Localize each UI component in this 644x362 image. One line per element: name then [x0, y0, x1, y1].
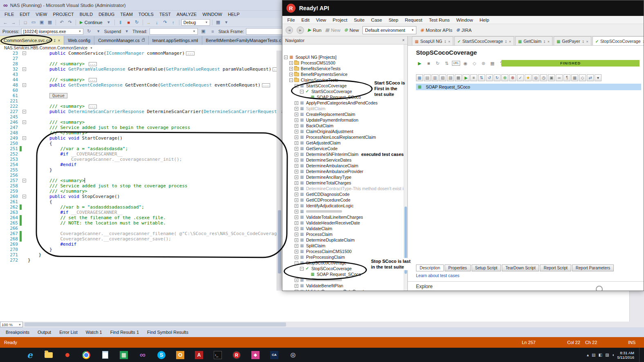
tray-volume-icon[interactable]: ◖: [612, 353, 614, 357]
rerun-icon[interactable]: ↻: [434, 60, 441, 67]
panel-tab-find-symbol-results[interactable]: Find Symbol Results: [143, 327, 192, 337]
monitor-apis-button[interactable]: Monitor APIs: [420, 27, 452, 33]
tree-item[interactable]: +: [282, 209, 404, 214]
new-button[interactable]: New: [344, 27, 359, 33]
expander-icon[interactable]: +: [295, 290, 298, 291]
file-explorer-button[interactable]: [40, 348, 57, 362]
show-desktop-button[interactable]: [639, 348, 642, 362]
expander-icon[interactable]: −: [300, 267, 304, 271]
tree-item-validateoccurrencedatacount[interactable]: +ValidateOccurrenceDataCount: [282, 289, 404, 291]
undo-icon[interactable]: ↶: [58, 20, 65, 25]
merge-view-icon[interactable]: ▨: [447, 74, 454, 81]
expander-icon[interactable]: +: [295, 170, 298, 173]
expander-icon[interactable]: +: [295, 147, 298, 151]
tree-item-splitclaim[interactable]: +SplitClaim: [282, 106, 404, 111]
transfer-icon[interactable]: ⇄: [587, 74, 594, 81]
expander-icon[interactable]: +: [295, 164, 298, 168]
properties-icon[interactable]: ▣: [548, 74, 555, 81]
expander-icon[interactable]: +: [295, 113, 298, 116]
tab-teardown-script[interactable]: TearDown Script: [502, 264, 539, 271]
vs-menu-team[interactable]: TEAM: [117, 12, 136, 17]
expander-icon[interactable]: +: [295, 215, 298, 219]
fold-marker-icon[interactable]: −: [22, 195, 26, 198]
expander-icon[interactable]: +: [295, 210, 298, 213]
shield-icon[interactable]: ◇: [471, 60, 478, 67]
new-file-icon[interactable]: □: [22, 20, 29, 25]
tree-item-backoutclaim[interactable]: +BackOutClaim: [282, 123, 404, 129]
more-icon[interactable]: ▾: [595, 74, 602, 81]
step-over-icon[interactable]: ↷: [161, 20, 169, 25]
chrome-button[interactable]: [78, 348, 94, 362]
tray-network-icon[interactable]: ▨: [605, 353, 609, 357]
tab-report-parameters[interactable]: Report Parameters: [572, 264, 614, 271]
solution-configuration-select[interactable]: Debug▼: [181, 19, 210, 26]
tab-stopscococoverage[interactable]: StopSCocoCoverage: [593, 36, 644, 45]
expander-icon[interactable]: +: [295, 187, 298, 191]
step-out-icon[interactable]: ↑: [170, 20, 177, 25]
fold-marker-icon[interactable]: −: [22, 83, 26, 87]
pink-app-button[interactable]: ◆: [247, 348, 264, 362]
thread-select[interactable]: ▼: [150, 28, 198, 35]
panel-tab-error-list[interactable]: Error List: [55, 327, 82, 337]
tree-item-getservicecode[interactable]: +GetServiceCode: [282, 146, 404, 151]
editor-breadcrumb[interactable]: NAS.Services.HB5.Common.CommonService▼: [0, 45, 282, 51]
tree-item-soapui-ng-projects[interactable]: −SoapUI NG [Projects]: [282, 54, 404, 60]
run-step-icon[interactable]: ▶: [463, 74, 470, 81]
vs-menu-analyze[interactable]: ANALYZE: [174, 12, 199, 17]
tab-report-script[interactable]: Report Script: [540, 264, 571, 271]
tab-commonservice-svc-cs[interactable]: CommonService.svc.cs: [0, 36, 64, 45]
tree-item-determinetotalcharges[interactable]: +DetermineTotalCharges: [282, 180, 404, 186]
command-prompt-button[interactable]: ›_: [210, 348, 226, 362]
expander-icon[interactable]: +: [295, 284, 298, 288]
ready-api-button[interactable]: R: [228, 348, 245, 362]
learn-about-test-cases-link[interactable]: Learn about test cases: [416, 273, 459, 278]
expander-icon[interactable]: +: [295, 204, 298, 208]
expander-icon[interactable]: +: [295, 153, 298, 156]
stop-debugging-icon[interactable]: ■: [125, 20, 132, 25]
list-icon[interactable]: ≡: [470, 74, 477, 81]
internet-explorer-button[interactable]: e: [22, 348, 38, 362]
tree-item-applypendcategoriesandpendcodes[interactable]: +ApplyPendCategoriesAndPendCodes: [282, 100, 404, 106]
tab-commonmanager-cs[interactable]: CommonManager.cs: [94, 36, 149, 45]
tab-tenant-appsettings-xml[interactable]: tenant.appSettings.xml: [149, 36, 202, 45]
fold-marker-icon[interactable]: −: [22, 110, 26, 113]
target-icon[interactable]: ◎: [532, 74, 539, 81]
reorder-icon[interactable]: ⇅: [478, 74, 485, 81]
expander-icon[interactable]: +: [295, 124, 298, 128]
tree-item-splitclaim[interactable]: +SplitClaim: [282, 243, 404, 249]
vs-menu-help[interactable]: HELP: [225, 12, 243, 17]
settings-icon[interactable]: ⊛: [480, 60, 487, 67]
adobe-reader-button[interactable]: A: [191, 348, 207, 362]
tree-item[interactable]: +: [282, 277, 404, 283]
tree-item-determineambulanceprovider[interactable]: +DetermineAmbulanceProvider: [282, 169, 404, 174]
vs-menu-test[interactable]: TEST: [157, 12, 174, 17]
zoom-select[interactable]: 100 %▼: [0, 322, 23, 327]
condition-icon[interactable]: ◇: [579, 74, 586, 81]
tree-item-updatepaymentinformation[interactable]: +UpdatePaymentInformation: [282, 117, 404, 123]
expander-icon[interactable]: +: [295, 181, 298, 185]
expander-icon[interactable]: +: [295, 255, 298, 259]
tab-description[interactable]: Description: [416, 264, 444, 271]
horizontal-scrollbar[interactable]: [25, 322, 286, 326]
pin-icon[interactable]: [582, 39, 585, 44]
visual-studio-button[interactable]: ∞: [134, 348, 151, 362]
forward-button[interactable]: [297, 27, 304, 34]
fold-marker-icon[interactable]: −: [22, 67, 26, 71]
expander-icon[interactable]: +: [295, 244, 298, 248]
panel-tab-output[interactable]: Output: [34, 327, 55, 337]
tree-item-getadjustedclaim[interactable]: +GetAdjustedClaim: [282, 140, 404, 146]
vs-menu-file[interactable]: FILE: [2, 12, 17, 17]
collapsed-region[interactable]: ...: [186, 51, 194, 56]
tree-item-validatebenefitplan[interactable]: +ValidateBenefitPlan: [282, 283, 404, 289]
favorite-icon[interactable]: ★: [525, 74, 532, 81]
jira-button[interactable]: JIRA: [456, 27, 472, 33]
ready-api-titlebar[interactable]: R Ready! API: [282, 0, 644, 16]
expander-icon[interactable]: +: [295, 101, 298, 105]
close-icon[interactable]: [548, 39, 550, 44]
thread-list-icon[interactable]: ≡: [209, 29, 217, 34]
fold-marker-icon[interactable]: −: [22, 136, 26, 140]
vs-menu-project[interactable]: PROJECT: [50, 12, 76, 17]
collapsed-widget-icon[interactable]: [596, 286, 603, 291]
expander-icon[interactable]: +: [295, 221, 298, 225]
text-icon[interactable]: ¶: [564, 74, 570, 81]
